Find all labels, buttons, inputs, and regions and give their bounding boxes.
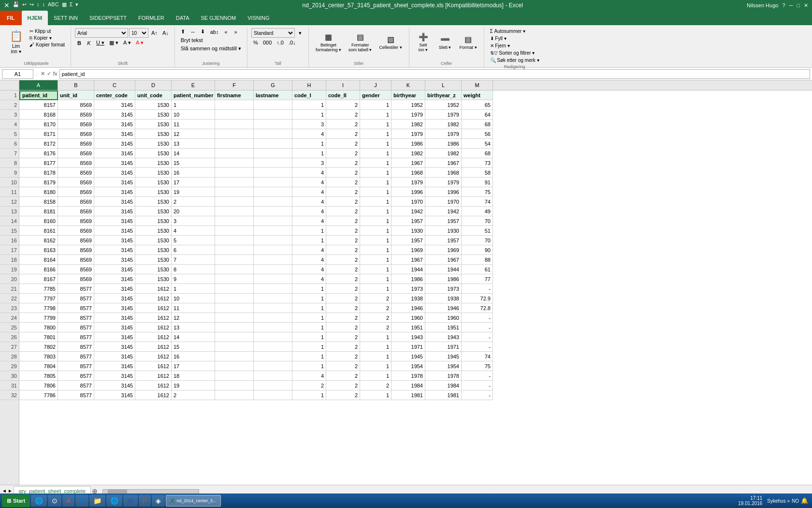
cell-I24[interactable]: 2 [326,313,360,323]
row-num-23[interactable]: 23 [0,303,19,313]
cell-E31[interactable]: 19 [172,381,215,390]
cell-M2[interactable]: 65 [462,100,493,110]
cell-A5[interactable]: 8171 [19,129,58,139]
cell-j1[interactable]: gender [360,90,392,100]
explorer-taskbar-btn[interactable]: 📁 [89,495,105,507]
cell-F27[interactable] [215,342,254,352]
row-num-2[interactable]: 2 [0,100,19,110]
cell-F22[interactable] [215,294,254,303]
cell-L15[interactable]: 1930 [425,226,462,236]
cell-J18[interactable]: 1 [360,255,392,265]
cell-I5[interactable]: 2 [326,129,360,139]
cell-K28[interactable]: 1945 [392,352,425,361]
cell-F5[interactable] [215,129,254,139]
format-cells-button[interactable]: ▤ Format ▾ [457,28,480,56]
cell-B7[interactable]: 8569 [58,149,94,158]
cell-K8[interactable]: 1967 [392,158,425,168]
cell-E17[interactable]: 6 [172,245,215,255]
sort-icon[interactable]: ↕ [37,1,40,9]
row-num-1[interactable]: 1 [0,90,19,100]
row-num-26[interactable]: 26 [0,332,19,342]
find-select-button[interactable]: 🔍 Søk etter og merk ▾ [488,57,541,63]
italic-button[interactable]: K [85,40,93,46]
cell-J23[interactable]: 2 [360,303,392,313]
cell-I8[interactable]: 2 [326,158,360,168]
cell-C10[interactable]: 3145 [94,178,135,187]
cell-I20[interactable]: 2 [326,274,360,284]
row-num-18[interactable]: 18 [0,255,19,265]
cell-D18[interactable]: 1530 [135,255,172,265]
cell-H17[interactable]: 4 [292,245,326,255]
cell-E32[interactable]: 2 [172,390,215,400]
row-num-9[interactable]: 9 [0,168,19,178]
cell-F9[interactable] [215,168,254,178]
cell-B14[interactable]: 8569 [58,216,94,226]
cell-G29[interactable] [254,361,292,371]
cell-G31[interactable] [254,381,292,390]
tab-visning[interactable]: VISNING [242,11,275,25]
cell-G3[interactable] [254,110,292,120]
col-header-F[interactable]: F [215,80,254,90]
cell-J8[interactable]: 1 [360,158,392,168]
cell-D23[interactable]: 1612 [135,303,172,313]
row-num-25[interactable]: 25 [0,323,19,332]
cell-F13[interactable] [215,207,254,216]
cell-M25[interactable]: - [462,323,493,332]
cell-G16[interactable] [254,236,292,245]
insert-function-icon[interactable]: fx [53,71,58,77]
cell-J5[interactable]: 1 [360,129,392,139]
cell-b1[interactable]: unit_id [58,90,94,100]
cell-J30[interactable]: 1 [360,371,392,381]
sheet-nav-right[interactable]: ► [8,488,13,493]
cell-M28[interactable]: 74 [462,352,493,361]
cell-M10[interactable]: 91 [462,178,493,187]
cell-I32[interactable]: 2 [326,390,360,400]
cell-H30[interactable]: 4 [292,371,326,381]
cell-A15[interactable]: 8161 [19,226,58,236]
cell-A26[interactable]: 7801 [19,332,58,342]
cell-J2[interactable]: 1 [360,100,392,110]
col-header-J[interactable]: J [360,80,392,90]
cell-I14[interactable]: 2 [326,216,360,226]
cell-C9[interactable]: 3145 [94,168,135,178]
cell-G17[interactable] [254,245,292,255]
cell-D9[interactable]: 1530 [135,168,172,178]
cell-H20[interactable]: 4 [292,274,326,284]
row-num-16[interactable]: 16 [0,236,19,245]
cell-E2[interactable]: 1 [172,100,215,110]
row-num-12[interactable]: 12 [0,197,19,207]
cell-M8[interactable]: 73 [462,158,493,168]
formula-input[interactable]: patient_id [59,69,810,79]
autosum-button[interactable]: Σ Autosummer ▾ [488,28,527,34]
cell-D19[interactable]: 1530 [135,265,172,274]
col-header-K[interactable]: K [392,80,425,90]
cell-H32[interactable]: 1 [292,390,326,400]
underline-button[interactable]: U ▾ [94,39,106,46]
cell-E29[interactable]: 17 [172,361,215,371]
cell-A30[interactable]: 7805 [19,371,58,381]
font-color-button[interactable]: A ▾ [134,39,145,46]
cell-G6[interactable] [254,139,292,149]
cell-F18[interactable] [215,255,254,265]
cell-F25[interactable] [215,323,254,332]
cell-M16[interactable]: 70 [462,236,493,245]
col-header-M[interactable]: M [462,80,493,90]
font-family-select[interactable]: Arial [75,28,128,38]
font-shrink-button[interactable]: A↓ [160,30,171,36]
cell-A13[interactable]: 8181 [19,207,58,216]
row-num-4[interactable]: 4 [0,120,19,129]
cell-F24[interactable] [215,313,254,323]
cell-C20[interactable]: 3145 [94,274,135,284]
cell-M17[interactable]: 90 [462,245,493,255]
cell-B13[interactable]: 8569 [58,207,94,216]
cell-H10[interactable]: 4 [292,178,326,187]
cell-E12[interactable]: 2 [172,197,215,207]
cell-H13[interactable]: 4 [292,207,326,216]
percent-button[interactable]: % [251,39,260,46]
cell-C23[interactable]: 3145 [94,303,135,313]
cell-H23[interactable]: 1 [292,303,326,313]
coreldraw-taskbar-btn[interactable]: ◈ [152,495,165,507]
cell-B25[interactable]: 8577 [58,323,94,332]
cell-D20[interactable]: 1530 [135,274,172,284]
cell-A14[interactable]: 8160 [19,216,58,226]
